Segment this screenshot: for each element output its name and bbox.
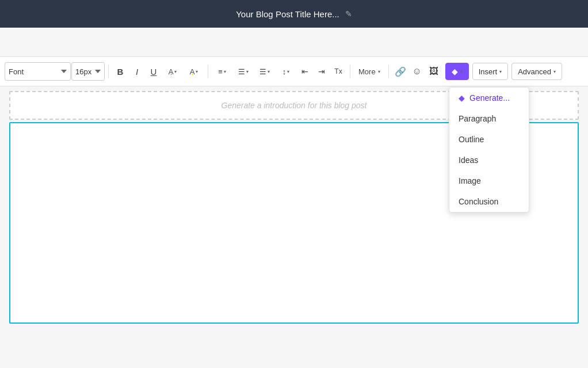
list-bullet-button[interactable]: ☰ ▾: [233, 63, 254, 79]
underline-button[interactable]: U: [146, 63, 162, 79]
line-height-arrow: ▾: [287, 69, 289, 74]
line-height-icon: ↕: [282, 67, 287, 76]
list-bullet-icon: ☰: [238, 67, 245, 76]
size-select[interactable]: 16px: [71, 62, 105, 81]
outline-label: Outline: [459, 135, 484, 144]
generate-label: Generate...: [469, 93, 510, 103]
ai-arrow: ▾: [460, 69, 463, 74]
text-color-arrow: ▾: [174, 69, 177, 74]
ai-icon: ◆: [452, 67, 458, 76]
edit-title-icon[interactable]: ✎: [345, 9, 352, 18]
top-spacer: [0, 28, 588, 56]
bold-button[interactable]: B: [112, 63, 128, 79]
conclusion-label: Conclusion: [459, 197, 498, 206]
list-number-arrow: ▾: [268, 69, 270, 74]
clear-format-button[interactable]: Tx: [330, 63, 346, 79]
ai-button[interactable]: ◆ ▾: [445, 63, 469, 80]
highlight-button[interactable]: A ▾: [184, 63, 204, 79]
align-icon: ≡: [218, 67, 223, 76]
list-bullet-arrow: ▾: [246, 69, 249, 74]
ideas-label: Ideas: [459, 155, 478, 165]
divider-1: [108, 65, 109, 78]
indent-increase-button[interactable]: ⇥: [314, 63, 330, 79]
more-label: More: [358, 67, 376, 76]
link-button[interactable]: 🔗: [392, 63, 408, 79]
advanced-label: Advanced: [518, 67, 551, 76]
intro-placeholder: Generate a introduction for this blog po…: [222, 101, 367, 110]
ai-dropdown-menu: ◆ Generate... Paragraph Outline Ideas Im…: [449, 87, 529, 213]
divider-2: [208, 65, 208, 78]
divider-4: [388, 65, 389, 78]
font-select[interactable]: Font: [5, 62, 71, 81]
advanced-button[interactable]: Advanced ▾: [511, 63, 562, 80]
insert-arrow: ▾: [499, 69, 502, 74]
insert-icons-group: 🔗 ☺ 🖼: [392, 63, 442, 79]
dropdown-item-conclusion[interactable]: Conclusion: [449, 191, 529, 212]
page-title: Your Blog Post Title Here...: [236, 9, 339, 19]
list-number-icon: ☰: [259, 67, 266, 76]
indent-decrease-button[interactable]: ⇤: [297, 63, 313, 79]
align-arrow: ▾: [224, 69, 226, 74]
list-number-button[interactable]: ☰ ▾: [254, 63, 275, 79]
toolbar: Font 16px B I U A ▾ A ▾ ≡ ▾ ☰ ▾ ☰ ▾: [0, 56, 588, 86]
dropdown-item-ideas[interactable]: Ideas: [449, 150, 529, 170]
highlight-icon: A: [190, 67, 195, 76]
dropdown-item-outline[interactable]: Outline: [449, 129, 529, 150]
line-height-button[interactable]: ↕ ▾: [276, 63, 296, 79]
image-button[interactable]: 🖼: [426, 63, 442, 79]
dropdown-item-image[interactable]: Image: [449, 170, 529, 191]
divider-3: [350, 65, 350, 78]
dropdown-item-generate[interactable]: ◆ Generate...: [449, 88, 529, 108]
text-color-icon: A: [169, 67, 174, 76]
font-group: Font 16px: [5, 62, 105, 81]
dropdown-item-paragraph[interactable]: Paragraph: [449, 108, 529, 129]
align-group: ≡ ▾ ☰ ▾ ☰ ▾ ↕ ▾ ⇤ ⇥ Tx: [212, 63, 346, 79]
insert-label: Insert: [479, 67, 498, 76]
text-color-button[interactable]: A ▾: [162, 63, 183, 79]
paragraph-label: Paragraph: [459, 114, 496, 123]
highlight-arrow: ▾: [196, 69, 198, 74]
image-label: Image: [459, 176, 481, 185]
more-arrow: ▾: [378, 69, 380, 74]
advanced-arrow: ▾: [553, 69, 556, 74]
insert-button[interactable]: Insert ▾: [472, 63, 509, 80]
format-group: B I U A ▾ A ▾: [112, 63, 204, 79]
title-bar: Your Blog Post Title Here... ✎: [0, 0, 588, 28]
italic-button[interactable]: I: [129, 63, 145, 79]
generate-icon: ◆: [459, 93, 465, 103]
emoji-button[interactable]: ☺: [409, 63, 425, 79]
align-button[interactable]: ≡ ▾: [212, 63, 232, 79]
more-button[interactable]: More ▾: [354, 63, 385, 79]
